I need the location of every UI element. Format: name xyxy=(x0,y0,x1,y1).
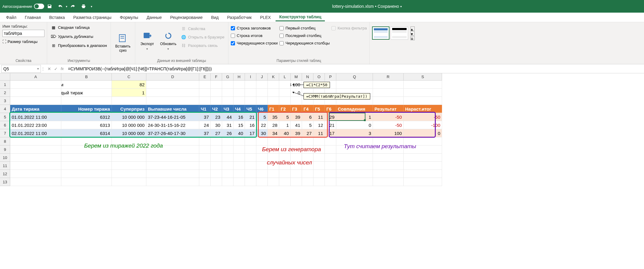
cell[interactable]: 27 xyxy=(302,129,313,137)
cell[interactable]: 28 xyxy=(268,121,279,129)
cell[interactable]: 11 xyxy=(313,113,325,121)
cell[interactable]: 17 xyxy=(325,129,336,137)
cell[interactable] xyxy=(10,145,61,154)
col-header[interactable]: H xyxy=(233,73,245,81)
cell[interactable]: 22 xyxy=(256,121,268,129)
cell[interactable] xyxy=(233,145,245,154)
cell[interactable]: 6313 xyxy=(61,121,112,129)
cell[interactable] xyxy=(222,81,233,89)
chk-banded-cols[interactable]: Чередующиеся столбцы xyxy=(279,40,330,46)
spreadsheet-grid[interactable]: A B C D E F G H I J K L M N O P Q R S 1 … xyxy=(0,73,644,186)
cell[interactable]: 3 xyxy=(336,129,373,137)
cell[interactable] xyxy=(199,145,211,154)
col-header[interactable]: O xyxy=(313,73,325,81)
col-header[interactable]: L xyxy=(279,73,291,81)
cell[interactable] xyxy=(199,162,211,170)
col-header[interactable]: S xyxy=(404,73,442,81)
cell[interactable]: 6314 xyxy=(61,129,112,137)
cell[interactable] xyxy=(112,170,146,178)
cell[interactable] xyxy=(245,170,256,178)
table-header[interactable]: Г4 xyxy=(302,105,313,113)
cell[interactable]: 41 xyxy=(291,121,302,129)
cell[interactable] xyxy=(313,162,325,170)
table-header[interactable]: Выпавшие числа xyxy=(146,105,199,113)
cell[interactable] xyxy=(336,154,373,162)
refresh-button[interactable]: Обновить ▾ xyxy=(159,24,178,57)
cell[interactable]: 30 xyxy=(211,121,222,129)
cell[interactable]: 01.01.2022 23:00 xyxy=(10,121,61,129)
cell[interactable] xyxy=(211,154,222,162)
gallery-scroll-up[interactable]: ▴ xyxy=(411,26,415,31)
select-all-corner[interactable] xyxy=(0,73,10,81)
row-header[interactable]: 5 xyxy=(0,113,10,121)
col-header[interactable]: R xyxy=(373,73,404,81)
row-header[interactable]: 12 xyxy=(0,170,10,178)
row-header[interactable]: 13 xyxy=(0,178,10,186)
col-header[interactable]: D xyxy=(146,73,199,81)
cell[interactable] xyxy=(199,81,211,89)
cell[interactable] xyxy=(10,162,61,170)
cell[interactable]: Суммарный выигрыш xyxy=(256,89,268,97)
gallery-more[interactable]: ≡ xyxy=(411,36,415,40)
col-header[interactable]: I xyxy=(245,73,256,81)
col-header[interactable]: E xyxy=(199,73,211,81)
cell[interactable] xyxy=(211,162,222,170)
col-header[interactable]: Q xyxy=(336,73,373,81)
cell[interactable]: 1 xyxy=(336,113,373,121)
cell[interactable]: 37-27-26-40-17-30 xyxy=(146,129,199,137)
cell[interactable]: 40 xyxy=(279,129,291,137)
cell[interactable] xyxy=(373,154,404,162)
cell[interactable]: 0 xyxy=(404,129,442,137)
cell[interactable] xyxy=(302,170,313,178)
export-button[interactable]: Экспорт ▾ xyxy=(138,24,157,57)
cell[interactable] xyxy=(10,170,61,178)
tab-file[interactable]: Файл xyxy=(2,14,20,21)
cell[interactable] xyxy=(336,170,373,178)
cell[interactable]: 29 xyxy=(325,113,336,121)
row-header[interactable]: 9 xyxy=(0,145,10,154)
row-header[interactable]: 3 xyxy=(0,97,10,105)
cell[interactable]: 21 xyxy=(245,113,256,121)
cell[interactable] xyxy=(245,178,256,186)
resize-table-button[interactable]: ⛶ Размер таблицы xyxy=(2,39,44,44)
cancel-icon[interactable]: ✕ xyxy=(47,66,51,71)
tab-data[interactable]: Данные xyxy=(143,14,166,21)
cell[interactable] xyxy=(404,81,442,89)
chevron-down-icon[interactable]: ▾ xyxy=(37,67,39,70)
slicer-button[interactable]: Вставить срез xyxy=(113,24,133,62)
undo-icon[interactable] xyxy=(57,3,64,10)
cell[interactable] xyxy=(222,154,233,162)
cell[interactable] xyxy=(245,137,256,145)
remove-dup-button[interactable]: ⌦Удалить дубликаты xyxy=(50,33,108,40)
cell[interactable]: 1 xyxy=(279,121,291,129)
table-header[interactable]: Нараст.итог xyxy=(404,105,442,113)
cell[interactable] xyxy=(112,154,146,162)
cell[interactable] xyxy=(268,178,279,186)
cell[interactable] xyxy=(146,89,199,97)
style-thumb-2[interactable] xyxy=(391,26,408,40)
cell[interactable] xyxy=(279,137,291,145)
cell[interactable]: 16 xyxy=(245,121,256,129)
confirm-icon[interactable]: ✓ xyxy=(54,66,58,71)
table-header[interactable]: Ч1 xyxy=(199,105,211,113)
cell[interactable] xyxy=(256,137,268,145)
cell[interactable] xyxy=(268,89,279,97)
cell[interactable] xyxy=(404,162,442,170)
cell[interactable] xyxy=(10,178,61,186)
cell[interactable] xyxy=(291,178,302,186)
cell[interactable]: 26 xyxy=(222,129,233,137)
cell[interactable] xyxy=(302,137,313,145)
cell[interactable] xyxy=(222,178,233,186)
cell[interactable] xyxy=(146,170,199,178)
cell[interactable] xyxy=(245,145,256,154)
col-header[interactable]: N xyxy=(302,73,313,81)
cell[interactable] xyxy=(245,162,256,170)
tab-tabledesign[interactable]: Конструктор таблиц xyxy=(276,13,325,21)
cell[interactable] xyxy=(256,154,268,162)
cell[interactable] xyxy=(404,154,442,162)
cell[interactable] xyxy=(245,81,256,89)
table-header[interactable]: Совпадения xyxy=(336,105,373,113)
cell[interactable]: 10 000 000 xyxy=(112,129,146,137)
cell[interactable] xyxy=(222,137,233,145)
table-header[interactable]: Ч4 xyxy=(233,105,245,113)
